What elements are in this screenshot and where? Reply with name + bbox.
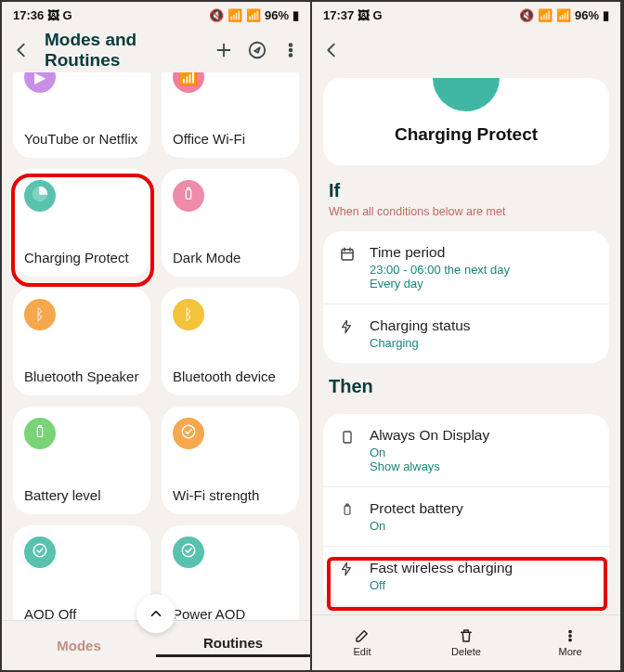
routine-card-battery-level[interactable]: Battery level	[13, 407, 150, 514]
action-delete[interactable]: Delete	[416, 627, 516, 657]
wifi-icon: 📶	[179, 72, 198, 86]
svg-rect-8	[39, 425, 42, 427]
routine-card-bt-device[interactable]: ᛒ Bluetooth device	[162, 288, 299, 395]
mute-icon: 🔇	[209, 8, 224, 22]
if-title: If	[329, 180, 604, 201]
back-icon[interactable]	[321, 40, 342, 60]
row-sub2: Every day	[370, 277, 510, 291]
action-label: More	[558, 646, 581, 657]
check-icon	[180, 423, 197, 444]
if-row-time[interactable]: Time period 23:00 - 06:00 the next day E…	[323, 231, 609, 304]
charging-icon	[338, 319, 357, 334]
card-label: YouTube or Netflix	[24, 131, 139, 147]
card-label: AOD Off	[24, 606, 139, 620]
svg-rect-12	[342, 250, 353, 260]
svg-point-18	[569, 639, 571, 640]
battery-icon	[32, 424, 47, 443]
phone-left: 17:36 🖼 G 🔇 📶 📶 96% ▮ Modes and Routines…	[2, 2, 312, 670]
row-sub1: 23:00 - 06:00 the next day	[370, 263, 510, 277]
routine-card-youtube[interactable]: ▶ YouTube or Netflix	[13, 72, 150, 158]
more-icon[interactable]	[280, 40, 301, 60]
routine-card-power-aod[interactable]: Power AOD	[162, 525, 299, 620]
check-icon	[32, 542, 48, 562]
svg-rect-15	[346, 504, 348, 506]
action-label: Delete	[451, 646, 481, 657]
signal-icon: 📶	[246, 8, 261, 22]
svg-point-9	[182, 425, 195, 438]
then-row-aod[interactable]: Always On Display On Show always	[323, 414, 609, 487]
check-icon	[180, 542, 197, 562]
card-label: Dark Mode	[173, 250, 288, 265]
card-label: Office Wi-Fi	[173, 131, 288, 147]
svg-point-2	[290, 49, 292, 52]
then-section-header: Then	[312, 372, 620, 405]
status-bar: 17:36 🖼 G 🔇 📶 📶 96% ▮	[2, 2, 310, 28]
screen-icon	[338, 429, 357, 446]
then-panel: Always On Display On Show always Protect…	[323, 414, 609, 605]
svg-rect-7	[37, 427, 42, 436]
svg-point-11	[182, 544, 195, 557]
routine-card-office-wifi[interactable]: 📶 Office Wi-Fi	[162, 72, 299, 158]
bluetooth-icon: ᛒ	[35, 306, 45, 323]
svg-point-16	[569, 630, 571, 632]
tab-routines[interactable]: Routines	[156, 635, 310, 657]
svg-rect-6	[188, 187, 190, 189]
status-img-icon: 🖼	[47, 8, 59, 22]
routines-grid: ▶ YouTube or Netflix 📶 Office Wi-Fi Char…	[2, 72, 310, 620]
then-row-fast-wireless[interactable]: Fast wireless charging Off	[323, 547, 609, 605]
if-subtitle: When all conditions below are met	[329, 205, 604, 218]
row-sub2: Show always	[370, 459, 489, 473]
card-label: Power AOD	[173, 606, 288, 620]
video-icon: ▶	[34, 72, 46, 86]
status-img-icon: 🖼	[358, 8, 370, 22]
mute-icon: 🔇	[519, 8, 534, 22]
card-label: Battery level	[24, 487, 139, 503]
routine-card-dark-mode[interactable]: Dark Mode	[162, 169, 299, 277]
action-bar: Edit Delete More	[312, 614, 620, 668]
explore-icon[interactable]	[247, 40, 267, 60]
battery-pct: 96%	[575, 8, 599, 22]
battery-icon	[338, 502, 357, 517]
svg-rect-5	[186, 189, 190, 199]
calendar-icon	[338, 246, 357, 263]
svg-rect-13	[344, 432, 351, 443]
collapse-fab[interactable]	[136, 594, 176, 633]
svg-point-3	[290, 54, 292, 57]
routine-header: Charging Protect	[323, 78, 609, 165]
row-title: Fast wireless charging	[370, 560, 513, 576]
back-icon[interactable]	[11, 40, 32, 60]
svg-point-10	[33, 544, 46, 557]
battery-icon: ▮	[292, 8, 299, 22]
routine-card-bt-speaker[interactable]: ᛒ Bluetooth Speaker	[13, 288, 150, 395]
card-label: Bluetooth device	[173, 368, 288, 384]
row-sub1: Charging	[370, 336, 471, 350]
then-row-protect-battery[interactable]: Protect battery On	[323, 487, 609, 547]
add-icon[interactable]	[214, 40, 234, 60]
signal-icon: 📶	[556, 8, 571, 22]
status-time: 17:37	[323, 8, 354, 22]
tab-modes[interactable]: Modes	[2, 638, 156, 653]
action-more[interactable]: More	[520, 627, 620, 657]
svg-rect-14	[344, 506, 350, 514]
routine-card-charging-protect[interactable]: Charging Protect	[13, 169, 150, 277]
action-edit[interactable]: Edit	[312, 627, 412, 657]
row-sub1: On	[370, 519, 463, 533]
row-title: Always On Display	[370, 427, 489, 444]
page-title: Modes and Routines	[45, 30, 201, 71]
card-label: Bluetooth Speaker	[24, 368, 139, 384]
row-title: Time period	[370, 244, 510, 261]
if-row-charging[interactable]: Charging status Charging	[323, 304, 609, 363]
card-label: Wi-Fi strength	[173, 487, 288, 503]
routine-card-wifi-strength[interactable]: Wi-Fi strength	[162, 407, 299, 514]
row-sub1: Off	[370, 578, 513, 592]
battery-pct: 96%	[265, 8, 289, 22]
clock-icon	[32, 186, 48, 206]
wifi-icon: 📶	[538, 8, 552, 22]
battery-icon	[181, 187, 196, 205]
status-appicon: G	[63, 8, 72, 22]
battery-icon: ▮	[603, 8, 609, 22]
routine-card-aod-off[interactable]: AOD Off	[13, 525, 150, 620]
if-panel: Time period 23:00 - 06:00 the next day E…	[323, 231, 609, 363]
row-sub1: On	[370, 446, 489, 459]
row-title: Charging status	[370, 317, 471, 334]
